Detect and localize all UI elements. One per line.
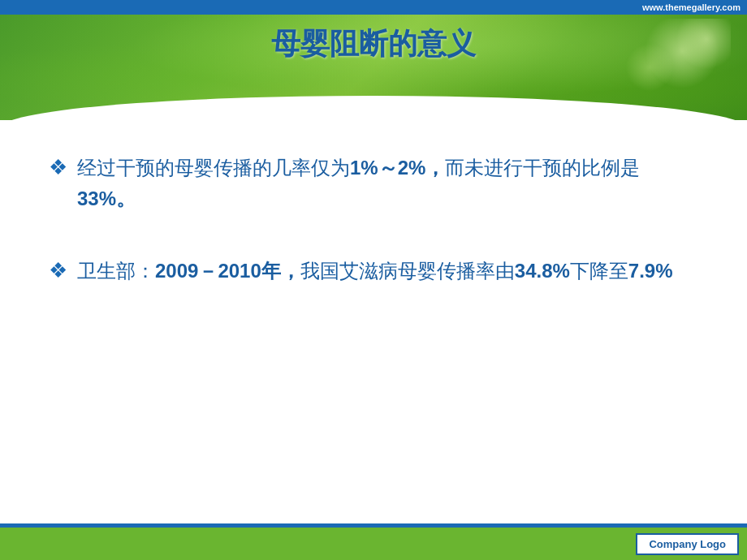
- top-bar: www.themegallery.com: [0, 0, 747, 15]
- bullet-item-2: ❖ 卫生部：2009－2010年，我国艾滋病母婴传播率由34.8%下降至7.9%: [49, 248, 698, 286]
- diamond-icon-1: ❖: [49, 154, 67, 182]
- bullet-text-2: 卫生部：2009－2010年，我国艾滋病母婴传播率由34.8%下降至7.9%: [77, 256, 673, 286]
- company-logo-box: Company Logo: [636, 533, 739, 555]
- diamond-icon-2: ❖: [49, 257, 67, 285]
- bullet-item-1: ❖ 经过干预的母婴传播的几率仅为1%～2%，而未进行干预的比例是33%。: [49, 144, 698, 215]
- bullet-text-1: 经过干预的母婴传播的几率仅为1%～2%，而未进行干预的比例是33%。: [77, 153, 698, 215]
- bottom-bar: Company Logo: [0, 528, 747, 560]
- company-logo-text: Company Logo: [649, 538, 726, 550]
- page-title: 母婴阻断的意义: [0, 24, 747, 64]
- main-content: ❖ 经过干预的母婴传播的几率仅为1%～2%，而未进行干预的比例是33%。 ❖ 卫…: [0, 120, 747, 519]
- website-url: www.themegallery.com: [642, 2, 741, 12]
- header-curve: [0, 96, 747, 120]
